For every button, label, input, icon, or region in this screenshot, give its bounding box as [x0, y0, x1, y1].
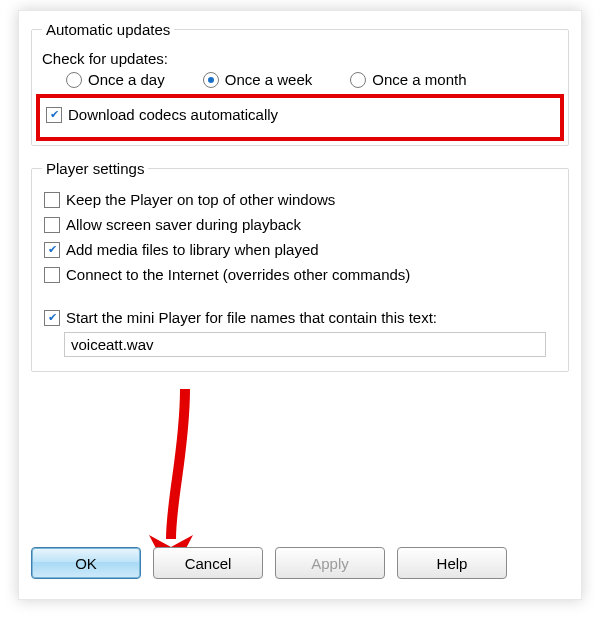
radio-label: Once a day: [88, 71, 165, 88]
keep-on-top-label: Keep the Player on top of other windows: [66, 191, 335, 208]
player-settings-legend: Player settings: [42, 160, 148, 177]
options-dialog: Automatic updates Check for updates: Onc…: [18, 10, 582, 600]
connect-internet-row[interactable]: ✔ Connect to the Internet (overrides oth…: [44, 266, 558, 283]
check-updates-radios: Once a day Once a week Once a month: [66, 71, 558, 88]
automatic-updates-legend: Automatic updates: [42, 21, 174, 38]
apply-button[interactable]: Apply: [275, 547, 385, 579]
screen-saver-label: Allow screen saver during playback: [66, 216, 301, 233]
radio-icon: [203, 72, 219, 88]
connect-internet-checkbox[interactable]: ✔: [44, 267, 60, 283]
add-media-label: Add media files to library when played: [66, 241, 319, 258]
keep-on-top-row[interactable]: ✔ Keep the Player on top of other window…: [44, 191, 558, 208]
mini-player-row[interactable]: ✔ Start the mini Player for file names t…: [44, 309, 558, 326]
radio-icon: [66, 72, 82, 88]
radio-label: Once a month: [372, 71, 466, 88]
download-codecs-highlight: ✔ Download codecs automatically: [36, 94, 564, 141]
connect-internet-label: Connect to the Internet (overrides other…: [66, 266, 410, 283]
radio-icon: [350, 72, 366, 88]
ok-button[interactable]: OK: [31, 547, 141, 579]
automatic-updates-group: Automatic updates Check for updates: Onc…: [31, 21, 569, 146]
radio-once-a-month[interactable]: Once a month: [350, 71, 466, 88]
screen-saver-checkbox[interactable]: ✔: [44, 217, 60, 233]
download-codecs-checkbox[interactable]: ✔: [46, 107, 62, 123]
radio-label: Once a week: [225, 71, 313, 88]
add-media-row[interactable]: ✔ Add media files to library when played: [44, 241, 558, 258]
screen-saver-row[interactable]: ✔ Allow screen saver during playback: [44, 216, 558, 233]
dialog-button-bar: OK Cancel Apply Help: [31, 547, 569, 579]
radio-once-a-week[interactable]: Once a week: [203, 71, 313, 88]
cancel-button[interactable]: Cancel: [153, 547, 263, 579]
radio-once-a-day[interactable]: Once a day: [66, 71, 165, 88]
help-button[interactable]: Help: [397, 547, 507, 579]
mini-player-checkbox[interactable]: ✔: [44, 310, 60, 326]
keep-on-top-checkbox[interactable]: ✔: [44, 192, 60, 208]
mini-player-label: Start the mini Player for file names tha…: [66, 309, 437, 326]
player-settings-group: Player settings ✔ Keep the Player on top…: [31, 160, 569, 372]
check-updates-label: Check for updates:: [42, 50, 558, 67]
download-codecs-label: Download codecs automatically: [68, 106, 278, 123]
add-media-checkbox[interactable]: ✔: [44, 242, 60, 258]
mini-player-text-input[interactable]: [64, 332, 546, 357]
